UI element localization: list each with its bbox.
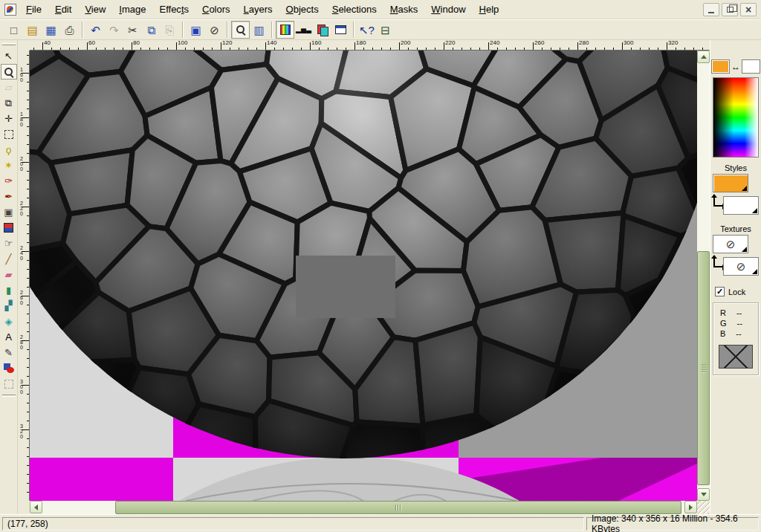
swap-textures-icon[interactable] xyxy=(713,259,722,267)
clone-brush-tool[interactable]: ▣ xyxy=(1,204,17,220)
eraser-tool[interactable]: ▰ xyxy=(1,267,17,282)
histogram-button[interactable]: ▂▅▃ xyxy=(294,21,313,39)
preset-shapes-tool[interactable] xyxy=(1,360,17,376)
scroll-down-button[interactable] xyxy=(697,488,710,501)
magic-wand-tool[interactable]: ✶ xyxy=(1,158,17,173)
resize-gripper[interactable] xyxy=(697,501,710,514)
picture-tube-tool[interactable]: ▮ xyxy=(1,282,17,298)
deformation-tool[interactable]: ▱ xyxy=(1,80,17,95)
open-button[interactable]: ▤ xyxy=(23,21,42,39)
minimize-button[interactable] xyxy=(703,3,719,16)
paste-button[interactable]: ⎘ xyxy=(161,21,179,39)
browse-button[interactable]: ⊟ xyxy=(376,21,395,39)
flood-fill-tool[interactable]: ◈ xyxy=(1,314,17,329)
ruler-tick xyxy=(319,48,320,50)
background-style-button[interactable] xyxy=(723,196,759,215)
background-texture-button[interactable]: ⊘ xyxy=(723,257,759,276)
new-button[interactable]: □ xyxy=(4,21,23,39)
foreground-texture-button[interactable]: ⊘ xyxy=(713,235,748,253)
normal-viewing-button[interactable]: ⊘ xyxy=(205,21,224,39)
freehand-tool[interactable]: ϙ xyxy=(1,142,17,158)
menu-items: FileEditViewImageEffectsColorsLayersObje… xyxy=(19,1,505,17)
overview-window-button[interactable] xyxy=(331,21,350,39)
scroll-up-button[interactable] xyxy=(697,51,710,63)
tool-palette-grip[interactable] xyxy=(2,43,16,45)
mover-tool[interactable]: ✛ xyxy=(1,111,17,126)
ruler-label: 320 xyxy=(668,40,678,46)
scratch-remover-tool[interactable]: ╱ xyxy=(1,251,17,267)
cut-button[interactable]: ✂ xyxy=(123,21,142,39)
selection-tool[interactable] xyxy=(1,126,17,142)
save-button[interactable]: ▦ xyxy=(42,21,60,39)
menu-layers[interactable]: Layers xyxy=(237,1,279,17)
menu-image[interactable]: Image xyxy=(112,1,152,17)
menu-edit[interactable]: Edit xyxy=(48,1,78,17)
menu-selections[interactable]: Selections xyxy=(326,1,383,17)
restore-button[interactable] xyxy=(722,3,738,16)
menu-view[interactable]: View xyxy=(78,1,112,17)
ruler-tick xyxy=(27,153,29,154)
color-palette-button[interactable] xyxy=(276,21,294,39)
background-color-swatch[interactable] xyxy=(742,59,760,74)
horizontal-scroll-thumb[interactable] xyxy=(115,501,681,514)
dropper-tool[interactable]: ✑ xyxy=(1,173,17,189)
ruler-tick xyxy=(123,48,123,50)
foreground-style-button[interactable] xyxy=(713,174,748,192)
text-tool[interactable]: A xyxy=(1,329,17,345)
copy-icon: ⧉ xyxy=(147,25,155,36)
context-help-button[interactable]: ↖? xyxy=(357,21,376,39)
ruler-tick xyxy=(27,287,29,288)
vertical-scroll-track[interactable] xyxy=(697,63,710,488)
menu-window[interactable]: Window xyxy=(424,1,472,17)
horizontal-scroll-track[interactable] xyxy=(42,501,684,514)
retouch-tool[interactable]: ☞ xyxy=(1,236,17,251)
ruler-tick xyxy=(27,126,29,127)
arrow-tool[interactable]: ↖ xyxy=(1,48,17,64)
flyout-arrow-icon xyxy=(752,208,757,213)
redo-button[interactable]: ↷ xyxy=(105,21,123,39)
menu-objects[interactable]: Objects xyxy=(279,1,326,17)
crop-tool: ⧉ xyxy=(5,98,12,108)
object-selector-tool[interactable] xyxy=(1,376,17,392)
draw-tool[interactable]: ✎ xyxy=(1,345,17,360)
lock-checkbox[interactable]: ✓ xyxy=(715,287,725,296)
ruler-tick xyxy=(676,48,676,50)
menu-masks[interactable]: Masks xyxy=(383,1,425,17)
print-button[interactable]: ⎙ xyxy=(60,21,79,39)
ruler-tick xyxy=(27,224,29,225)
swap-styles-icon[interactable] xyxy=(713,198,722,207)
scroll-left-button[interactable] xyxy=(30,501,42,513)
menu-effects[interactable]: Effects xyxy=(152,1,195,17)
zoom-toolbar-button[interactable] xyxy=(231,21,250,39)
vertical-scroll-thumb[interactable] xyxy=(697,251,710,485)
full-screen-preview-button[interactable]: ▣ xyxy=(187,21,205,39)
layer-palette-button[interactable] xyxy=(313,21,331,39)
horizontal-scrollbar[interactable] xyxy=(30,501,697,514)
swap-colors-icon[interactable]: ↔ xyxy=(731,62,740,72)
ruler-tick xyxy=(185,48,186,50)
tool-palette: ↖▱⧉✛ϙ✶✑✒▣☞╱▰▮▞◈A✎ xyxy=(0,40,18,514)
menu-colors[interactable]: Colors xyxy=(195,1,237,17)
paint-brush-tool[interactable]: ✒ xyxy=(1,189,17,204)
zoom-toolbar-icon xyxy=(236,25,246,35)
scroll-right-button[interactable] xyxy=(684,501,697,513)
zoom-tool[interactable] xyxy=(1,64,17,80)
menu-file[interactable]: File xyxy=(19,1,48,17)
airbrush-tool[interactable]: ▞ xyxy=(1,298,17,314)
undo-button[interactable]: ↶ xyxy=(86,21,105,39)
menu-help[interactable]: Help xyxy=(473,1,506,17)
zoom-tool xyxy=(4,67,14,77)
close-button[interactable]: × xyxy=(740,3,757,16)
available-colors-picker[interactable] xyxy=(713,77,759,158)
crop-tool[interactable]: ⧉ xyxy=(1,95,17,111)
tool-options-button[interactable]: ▥ xyxy=(250,21,268,39)
ruler-tick xyxy=(488,42,489,50)
vertical-scrollbar[interactable] xyxy=(697,51,710,501)
toolbar-separator xyxy=(227,22,228,38)
foreground-color-swatch[interactable] xyxy=(711,59,730,74)
ruler-tick xyxy=(221,42,221,50)
copy-button[interactable]: ⧉ xyxy=(142,21,161,39)
toolbar-separator xyxy=(271,22,273,38)
image-canvas[interactable] xyxy=(30,51,697,501)
color-replacer-tool[interactable] xyxy=(1,220,17,236)
